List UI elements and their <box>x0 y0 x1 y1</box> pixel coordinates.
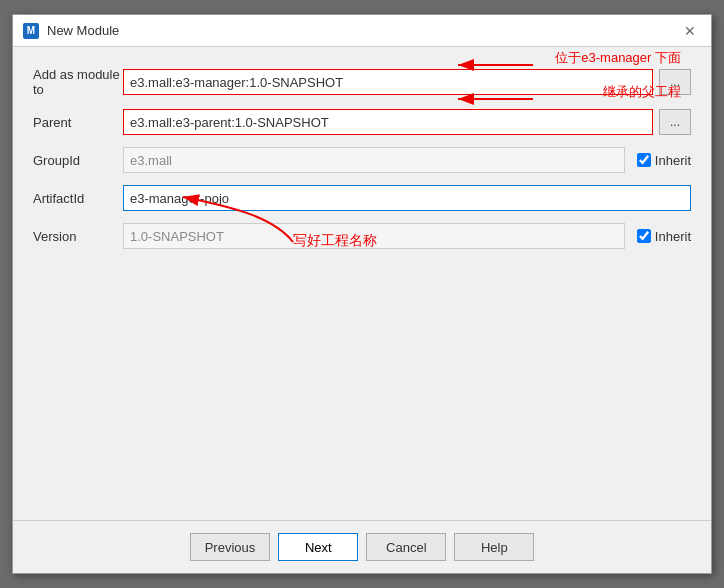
title-bar: M New Module ✕ <box>13 15 711 47</box>
new-module-dialog: M New Module ✕ Add as module to ... Pare… <box>12 14 712 574</box>
form-content: Add as module to ... Parent ... GroupId … <box>13 47 711 520</box>
group-id-input[interactable] <box>123 147 625 173</box>
version-inherit-label: Inherit <box>655 229 691 244</box>
version-input[interactable] <box>123 223 625 249</box>
artifact-id-label: ArtifactId <box>33 191 123 206</box>
version-inherit-checkbox[interactable] <box>637 229 651 243</box>
group-id-input-wrap: Inherit <box>123 147 691 173</box>
dialog-title: New Module <box>47 23 119 38</box>
previous-button[interactable]: Previous <box>190 533 271 561</box>
group-id-inherit-label: Inherit <box>655 153 691 168</box>
add-module-input-wrap: ... <box>123 69 691 95</box>
parent-row: Parent ... <box>33 109 691 135</box>
title-bar-left: M New Module <box>23 23 119 39</box>
parent-input[interactable] <box>123 109 653 135</box>
parent-label: Parent <box>33 115 123 130</box>
version-input-wrap: Inherit <box>123 223 691 249</box>
dialog-icon: M <box>23 23 39 39</box>
dialog-footer: Previous Next Cancel Help <box>13 520 711 573</box>
version-inherit-wrap: Inherit <box>637 229 691 244</box>
close-button[interactable]: ✕ <box>679 20 701 42</box>
add-module-browse-button[interactable]: ... <box>659 69 691 95</box>
next-button[interactable]: Next <box>278 533 358 561</box>
group-id-label: GroupId <box>33 153 123 168</box>
add-module-row: Add as module to ... <box>33 67 691 97</box>
add-module-input[interactable] <box>123 69 653 95</box>
artifact-id-input-wrap <box>123 185 691 211</box>
help-button[interactable]: Help <box>454 533 534 561</box>
cancel-button[interactable]: Cancel <box>366 533 446 561</box>
annotation-1: 位于e3-manager 下面 <box>555 49 681 67</box>
group-id-row: GroupId Inherit <box>33 147 691 173</box>
artifact-id-row: ArtifactId <box>33 185 691 211</box>
group-id-inherit-wrap: Inherit <box>637 153 691 168</box>
parent-browse-button[interactable]: ... <box>659 109 691 135</box>
parent-input-wrap: ... <box>123 109 691 135</box>
version-row: Version Inherit <box>33 223 691 249</box>
version-label: Version <box>33 229 123 244</box>
group-id-inherit-checkbox[interactable] <box>637 153 651 167</box>
artifact-id-input[interactable] <box>123 185 691 211</box>
add-module-label: Add as module to <box>33 67 123 97</box>
